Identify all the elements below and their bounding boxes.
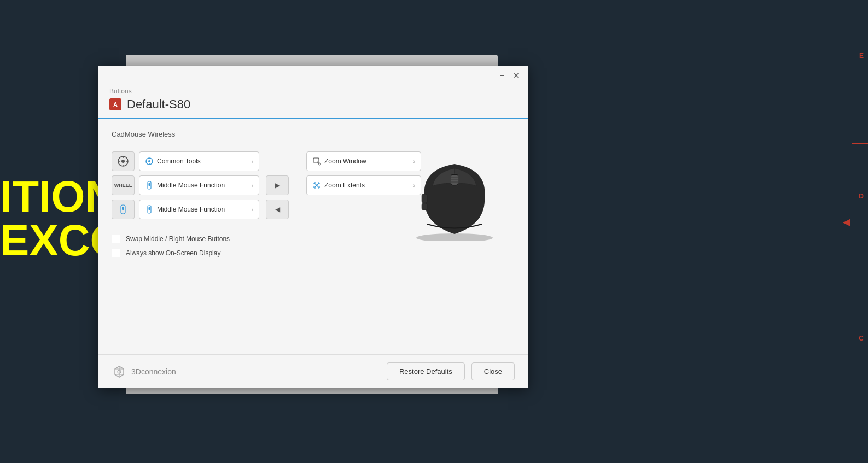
play-arrow-btn[interactable]: ▶ [266, 175, 289, 195]
center-arrows: ▶ ◀ [266, 151, 289, 219]
brand-name: 3Dconnexion [131, 367, 176, 376]
svg-rect-26 [313, 158, 319, 162]
breadcrumb: Buttons [109, 87, 517, 95]
ruler-label-c: C [859, 335, 864, 342]
wheel-icon-btn[interactable]: WHEEL [112, 175, 135, 195]
right-ruler: E D C [852, 0, 868, 463]
device-name: CadMouse Wireless [112, 130, 515, 138]
svg-rect-6 [422, 194, 427, 203]
brand-logo: 3Dconnexion [112, 364, 176, 379]
left-buttons: Common Tools › WHEEL [112, 151, 259, 219]
button-row-2: WHEEL Middle Mouse Function › [112, 175, 259, 195]
profile-icon: A [109, 98, 121, 110]
close-title-button[interactable]: ✕ [511, 71, 521, 80]
always-show-osd-label: Always show On-Screen Display [126, 249, 220, 257]
main-dialog: − ✕ Buttons A Default-S80 CadMouse Wirel… [98, 66, 528, 388]
svg-point-0 [416, 233, 493, 241]
svg-rect-25 [149, 207, 150, 210]
footer-buttons: Restore Defaults Close [387, 362, 515, 380]
left-btn-3-icon[interactable] [112, 200, 135, 219]
left-btn-1-icon[interactable] [112, 151, 135, 171]
title-bar: − ✕ [98, 66, 528, 85]
close-button[interactable]: Close [471, 362, 515, 380]
title-bar-controls: − ✕ [497, 71, 521, 80]
minimize-button[interactable]: − [497, 71, 507, 80]
always-show-osd-checkbox[interactable] [112, 249, 120, 257]
middle-mouse-dropdown[interactable]: Middle Mouse Function › [139, 200, 259, 219]
dialog-content: CadMouse Wireless [98, 119, 528, 354]
checkbox-row-2: Always show On-Screen Display [112, 249, 515, 257]
wheel-dropdown[interactable]: Middle Mouse Function › [139, 175, 259, 195]
profile-name: Default-S80 [127, 97, 190, 112]
svg-rect-7 [422, 203, 427, 210]
swap-mouse-label: Swap Middle / Right Mouse Buttons [126, 235, 230, 243]
mouse-image-area [394, 153, 515, 241]
svg-point-15 [148, 160, 150, 162]
ruler-line-2 [852, 285, 868, 285]
back-arrow-btn[interactable]: ◀ [266, 200, 289, 219]
profile-row: A Default-S80 [109, 97, 517, 112]
ruler-line-1 [852, 143, 868, 144]
ruler-label-d: D [859, 192, 864, 200]
svg-rect-21 [149, 183, 150, 186]
dialog-header: Buttons A Default-S80 [98, 85, 528, 118]
ruler-label-e: E [859, 52, 864, 60]
swap-mouse-checkbox[interactable] [112, 235, 120, 243]
common-tools-dropdown[interactable]: Common Tools › [139, 151, 259, 171]
restore-defaults-button[interactable]: Restore Defaults [387, 362, 465, 380]
right-side-arrow: ◀ [843, 216, 850, 228]
dialog-footer: 3Dconnexion Restore Defaults Close [98, 354, 528, 388]
svg-point-9 [121, 160, 125, 163]
svg-rect-23 [122, 207, 124, 210]
button-row-3: Middle Mouse Function › [112, 200, 259, 219]
button-row-1: Common Tools › [112, 151, 259, 171]
